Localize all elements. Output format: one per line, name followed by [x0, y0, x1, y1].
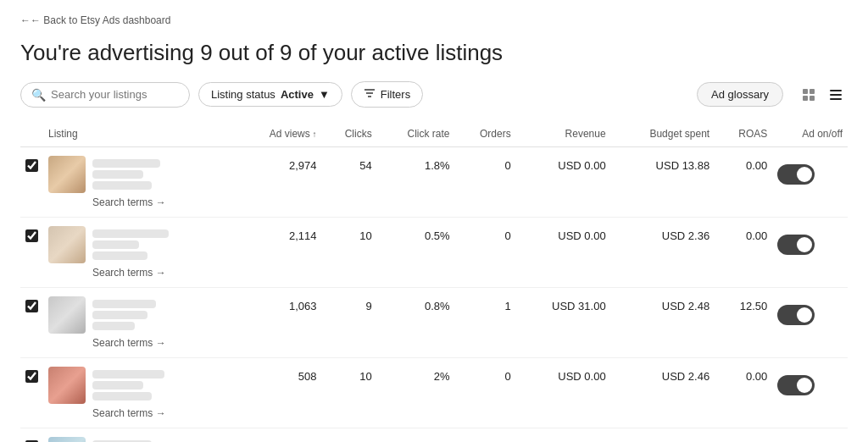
revenue-value: USD 0.00 [516, 147, 611, 218]
row-checkbox[interactable] [25, 229, 38, 242]
click-rate-value: 0.5% [377, 218, 455, 288]
orders-value: 0 [455, 218, 516, 288]
column-click-rate: Click rate [377, 121, 455, 147]
filters-button[interactable]: Filters [351, 81, 423, 108]
click-rate-value: 0.9% [377, 428, 455, 443]
chevron-down-icon: ▼ [319, 88, 330, 101]
column-ad-on-off: Ad on/off [772, 121, 848, 147]
search-terms-link[interactable]: Search terms → [92, 407, 231, 419]
revenue-value: USD 0.00 [516, 218, 611, 288]
row-checkbox[interactable] [25, 159, 38, 172]
svg-rect-5 [803, 96, 808, 101]
table-row: Search terms → 335 3 0.9% 0 USD 0.00 USD… [20, 428, 848, 443]
roas-value: 0.00 [715, 358, 772, 428]
column-budget-spent: Budget spent [611, 121, 715, 147]
table-row: Search terms → 2,974 54 1.8% 0 USD 0.00 … [20, 147, 848, 218]
table-row: Search terms → 1,063 9 0.8% 1 USD 31.00 … [20, 288, 848, 358]
listing-title [92, 370, 164, 401]
column-listing: Listing [43, 121, 236, 147]
view-toggle [797, 83, 848, 107]
budget-spent-value: USD 13.88 [611, 147, 715, 218]
ad-toggle-cell[interactable] [772, 147, 848, 218]
column-orders: Orders [455, 121, 516, 147]
search-icon: 🔍 [31, 88, 46, 102]
row-checkbox[interactable] [25, 300, 38, 312]
listing-cell: Search terms → [43, 428, 236, 443]
row-checkbox-cell[interactable] [20, 218, 43, 288]
row-checkbox-cell[interactable] [20, 428, 43, 443]
ad-toggle-cell[interactable] [772, 428, 848, 443]
revenue-value: USD 0.00 [516, 358, 611, 428]
search-terms-link[interactable]: Search terms → [92, 267, 231, 279]
listing-thumbnail [48, 156, 86, 193]
ad-glossary-button[interactable]: Ad glossary [697, 82, 783, 107]
row-checkbox-cell[interactable] [20, 288, 43, 358]
ad-toggle-cell[interactable] [772, 288, 848, 358]
listing-thumbnail [48, 296, 86, 334]
grid-view-button[interactable] [797, 83, 821, 107]
listing-thumbnail [48, 367, 86, 404]
budget-spent-value: USD 0.49 [611, 428, 715, 443]
budget-spent-value: USD 2.48 [611, 288, 715, 358]
column-revenue: Revenue [516, 121, 611, 147]
listing-thumbnail [48, 226, 86, 263]
clicks-value: 54 [322, 147, 377, 218]
roas-value: 12.50 [715, 288, 772, 358]
revenue-value: USD 31.00 [516, 288, 611, 358]
row-checkbox[interactable] [25, 370, 38, 383]
listing-cell: Search terms → [43, 147, 236, 218]
ad-toggle[interactable] [777, 375, 815, 395]
ad-toggle-cell[interactable] [772, 358, 848, 428]
svg-rect-8 [830, 94, 842, 96]
ad-toggle[interactable] [777, 305, 815, 325]
svg-rect-3 [803, 89, 808, 94]
svg-rect-9 [830, 98, 842, 100]
clicks-value: 3 [322, 428, 377, 443]
listing-cell: Search terms → [43, 288, 236, 358]
listing-cell: Search terms → [43, 358, 236, 428]
ad-views-value: 1,063 [236, 288, 321, 358]
orders-value: 1 [455, 288, 516, 358]
listing-thumbnail [48, 437, 86, 442]
listings-table: Listing Ad views Clicks Click rate Order… [20, 121, 848, 442]
budget-spent-value: USD 2.36 [611, 218, 715, 288]
svg-rect-7 [830, 90, 842, 91]
click-rate-value: 0.8% [377, 288, 455, 358]
search-terms-link[interactable]: Search terms → [92, 337, 231, 349]
ad-views-value: 335 [236, 428, 321, 443]
row-checkbox-cell[interactable] [20, 358, 43, 428]
svg-rect-6 [810, 96, 815, 101]
listing-title [92, 229, 169, 260]
column-roas: ROAS [715, 121, 772, 147]
orders-value: 0 [455, 358, 516, 428]
back-link[interactable]: ← ← Back to Etsy Ads dashboard [20, 14, 170, 26]
listing-title [92, 159, 160, 190]
click-rate-value: 2% [377, 358, 455, 428]
clicks-value: 10 [322, 218, 377, 288]
listing-status-button[interactable]: Listing status Active ▼ [198, 82, 342, 107]
list-view-button[interactable] [824, 83, 848, 107]
click-rate-value: 1.8% [377, 147, 455, 218]
search-box[interactable]: 🔍 [20, 82, 190, 108]
listing-cell: Search terms → [43, 218, 236, 288]
svg-rect-4 [810, 89, 815, 94]
ad-toggle[interactable] [777, 235, 815, 255]
column-ad-views[interactable]: Ad views [236, 121, 321, 147]
ad-toggle-cell[interactable] [772, 218, 848, 288]
orders-value: 0 [455, 428, 516, 443]
roas-value: 0.00 [715, 428, 772, 443]
toolbar: 🔍 Listing status Active ▼ Filters Ad glo… [20, 81, 848, 108]
search-input[interactable] [51, 88, 170, 101]
row-checkbox-cell[interactable] [20, 147, 43, 218]
orders-value: 0 [455, 147, 516, 218]
ad-toggle[interactable] [777, 164, 815, 185]
ad-views-value: 508 [236, 358, 321, 428]
column-clicks: Clicks [322, 121, 377, 147]
page-title: You're advertising 9 out of 9 of your ac… [20, 40, 848, 66]
clicks-value: 10 [322, 358, 377, 428]
budget-spent-value: USD 2.46 [611, 358, 715, 428]
search-terms-link[interactable]: Search terms → [92, 196, 231, 208]
roas-value: 0.00 [715, 218, 772, 288]
table-row: Search terms → 508 10 2% 0 USD 0.00 USD … [20, 358, 848, 428]
ad-views-value: 2,974 [236, 147, 321, 218]
